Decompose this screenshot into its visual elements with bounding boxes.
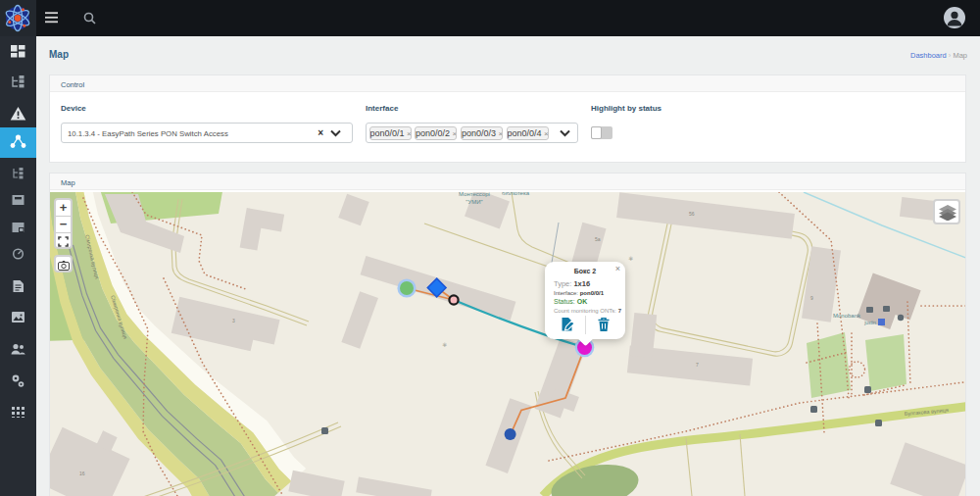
svg-text:7: 7 [696,362,699,368]
svg-text:56: 56 [689,211,695,217]
svg-text:⚛: ⚛ [442,342,447,348]
svg-text:16: 16 [79,471,85,476]
svg-text:бібліотека: бібліотека [502,192,530,196]
svg-text:Monobank: Monobank [833,313,861,319]
svg-text:3: 3 [232,318,235,323]
svg-text:Монтессорі: Монтессорі [459,192,490,197]
svg-text:9: 9 [810,295,813,301]
svg-text:justin: justin [863,320,876,325]
svg-text:"УМИ": "УМИ" [466,199,482,205]
svg-text:⚛: ⚛ [628,256,633,262]
svg-text:5а: 5а [595,236,601,242]
